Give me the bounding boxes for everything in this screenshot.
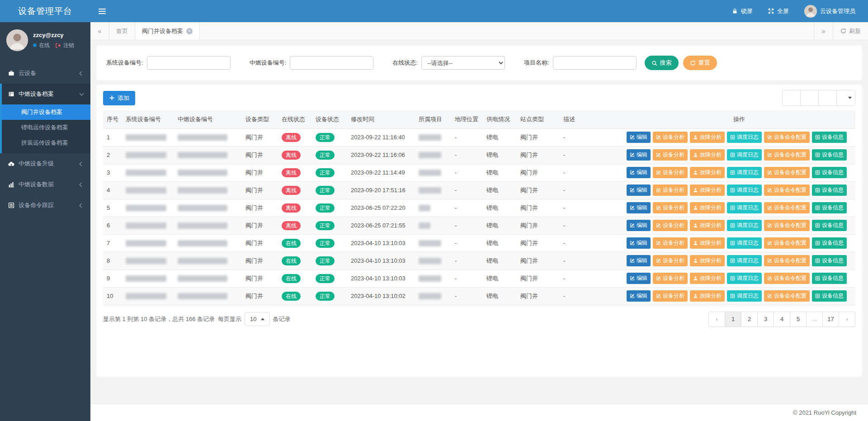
zr-device-id-input[interactable] [290, 56, 373, 70]
columns-tool-button[interactable] [837, 90, 855, 105]
tab-active[interactable]: 阀门井设备档案× [135, 22, 200, 40]
device-info-button[interactable]: 设备信息 [812, 149, 847, 161]
page-button-17[interactable]: 17 [822, 312, 839, 327]
project-name-input[interactable] [553, 56, 637, 70]
dispatch-log-button[interactable]: 调度日志 [727, 132, 762, 143]
fullscreen-button[interactable]: 全屏 [768, 7, 789, 15]
device-command-config-button[interactable]: 设备命令配置 [764, 132, 810, 143]
system-device-id-input[interactable] [147, 56, 231, 70]
dispatch-log-button[interactable]: 调度日志 [727, 167, 762, 178]
prev-page-button[interactable]: ‹ [708, 312, 725, 327]
sidebar-subitem[interactable]: 拼装远传设备档案 [2, 135, 90, 151]
device-command-config-button[interactable]: 设备命令配置 [764, 202, 810, 213]
device-analysis-button[interactable]: 设备分析 [653, 237, 688, 249]
next-page-button[interactable]: › [839, 312, 855, 327]
dispatch-log-button[interactable]: 调度日志 [727, 220, 762, 231]
fault-analysis-button[interactable]: 故障分析 [690, 202, 725, 213]
device-analysis-button[interactable]: 设备分析 [653, 255, 688, 266]
dispatch-log-button[interactable]: 调度日志 [727, 202, 762, 213]
fault-analysis-button[interactable]: 故障分析 [690, 237, 725, 249]
device-analysis-button[interactable]: 设备分析 [653, 220, 688, 231]
device-command-config-button[interactable]: 设备命令配置 [764, 255, 810, 266]
edit-button[interactable]: 编辑 [627, 149, 651, 161]
device-command-config-button[interactable]: 设备命令配置 [764, 167, 810, 178]
sidebar-item[interactable]: 中燃设备升级 [2, 153, 90, 174]
device-analysis-button[interactable]: 设备分析 [653, 273, 688, 284]
device-command-config-button[interactable]: 设备命令配置 [764, 237, 810, 249]
device-info-button[interactable]: 设备信息 [812, 184, 847, 196]
sidebar-item[interactable]: 中燃设备档案 [2, 84, 90, 104]
search-button[interactable]: 搜索 [645, 56, 679, 70]
refresh-tab-button[interactable]: 刷新 [833, 22, 868, 40]
edit-button[interactable]: 编辑 [627, 184, 651, 196]
add-button[interactable]: 添加 [103, 91, 135, 105]
dispatch-log-button[interactable]: 调度日志 [727, 184, 762, 196]
refresh-tool-button[interactable] [801, 90, 819, 105]
sidebar-item[interactable]: 中燃设备数据 [2, 174, 90, 195]
tabs-scroll-right-button[interactable]: » [814, 22, 833, 40]
fault-analysis-button[interactable]: 故障分析 [690, 167, 725, 178]
fault-analysis-button[interactable]: 故障分析 [690, 290, 725, 302]
lock-screen-button[interactable]: 锁屏 [732, 7, 753, 15]
page-size-select[interactable]: 10 [245, 312, 269, 326]
page-button-5[interactable]: 5 [790, 312, 807, 327]
tabs-scroll-left-button[interactable]: « [90, 22, 109, 40]
page-button-1[interactable]: 1 [725, 312, 741, 327]
online-status-select[interactable]: --请选择-- [421, 56, 505, 70]
device-info-button[interactable]: 设备信息 [812, 237, 847, 249]
sidebar-avatar[interactable] [6, 29, 28, 51]
device-command-config-button[interactable]: 设备命令配置 [764, 273, 810, 284]
reset-button[interactable]: 重置 [683, 56, 717, 70]
edit-button[interactable]: 编辑 [627, 255, 651, 266]
fault-analysis-button[interactable]: 故障分析 [690, 132, 725, 143]
fault-analysis-button[interactable]: 故障分析 [690, 220, 725, 231]
fault-analysis-button[interactable]: 故障分析 [690, 149, 725, 161]
edit-button[interactable]: 编辑 [627, 132, 651, 143]
dispatch-log-button[interactable]: 调度日志 [727, 290, 762, 302]
sidebar-item[interactable]: 云设备 [2, 63, 90, 84]
device-analysis-button[interactable]: 设备分析 [653, 132, 688, 143]
dispatch-log-button[interactable]: 调度日志 [727, 237, 762, 249]
search-tool-button[interactable] [783, 90, 801, 105]
device-command-config-button[interactable]: 设备命令配置 [764, 149, 810, 161]
sidebar-subitem[interactable]: 锂电远传设备档案 [2, 120, 90, 135]
device-analysis-button[interactable]: 设备分析 [653, 202, 688, 213]
device-info-button[interactable]: 设备信息 [812, 202, 847, 213]
device-analysis-button[interactable]: 设备分析 [653, 184, 688, 196]
edit-button[interactable]: 编辑 [627, 273, 651, 284]
device-analysis-button[interactable]: 设备分析 [653, 290, 688, 302]
edit-button[interactable]: 编辑 [627, 220, 651, 231]
sidebar-item[interactable]: 设备命令跟踪 [2, 195, 90, 216]
edit-button[interactable]: 编辑 [627, 167, 651, 178]
sidebar-toggle-button[interactable] [90, 0, 114, 22]
edit-button[interactable]: 编辑 [627, 202, 651, 213]
device-info-button[interactable]: 设备信息 [812, 132, 847, 143]
list-view-tool-button[interactable] [819, 90, 837, 105]
device-info-button[interactable]: 设备信息 [812, 273, 847, 284]
page-button-4[interactable]: 4 [774, 312, 790, 327]
dispatch-log-button[interactable]: 调度日志 [727, 149, 762, 161]
device-command-config-button[interactable]: 设备命令配置 [764, 290, 810, 302]
sidebar-subitem[interactable]: 阀门井设备档案 [2, 104, 90, 120]
fault-analysis-button[interactable]: 故障分析 [690, 273, 725, 284]
page-button-2[interactable]: 2 [741, 312, 758, 327]
fault-analysis-button[interactable]: 故障分析 [690, 184, 725, 196]
user-menu[interactable]: 云设备管理员 [804, 5, 855, 18]
device-info-button[interactable]: 设备信息 [812, 167, 847, 178]
device-info-button[interactable]: 设备信息 [812, 290, 847, 302]
dispatch-log-button[interactable]: 调度日志 [727, 255, 762, 266]
page-button-3[interactable]: 3 [757, 312, 774, 327]
tab-inactive[interactable]: 首页 [109, 22, 135, 40]
device-info-button[interactable]: 设备信息 [812, 220, 847, 231]
device-analysis-button[interactable]: 设备分析 [653, 167, 688, 178]
tab-close-icon[interactable]: × [186, 28, 193, 34]
edit-button[interactable]: 编辑 [627, 290, 651, 302]
device-command-config-button[interactable]: 设备命令配置 [764, 220, 810, 231]
device-analysis-button[interactable]: 设备分析 [653, 149, 688, 161]
dispatch-log-button[interactable]: 调度日志 [727, 273, 762, 284]
device-command-config-button[interactable]: 设备命令配置 [764, 184, 810, 196]
fault-analysis-button[interactable]: 故障分析 [690, 255, 725, 266]
device-info-button[interactable]: 设备信息 [812, 255, 847, 266]
logout-button[interactable]: 注销 [55, 42, 74, 49]
edit-button[interactable]: 编辑 [627, 237, 651, 249]
